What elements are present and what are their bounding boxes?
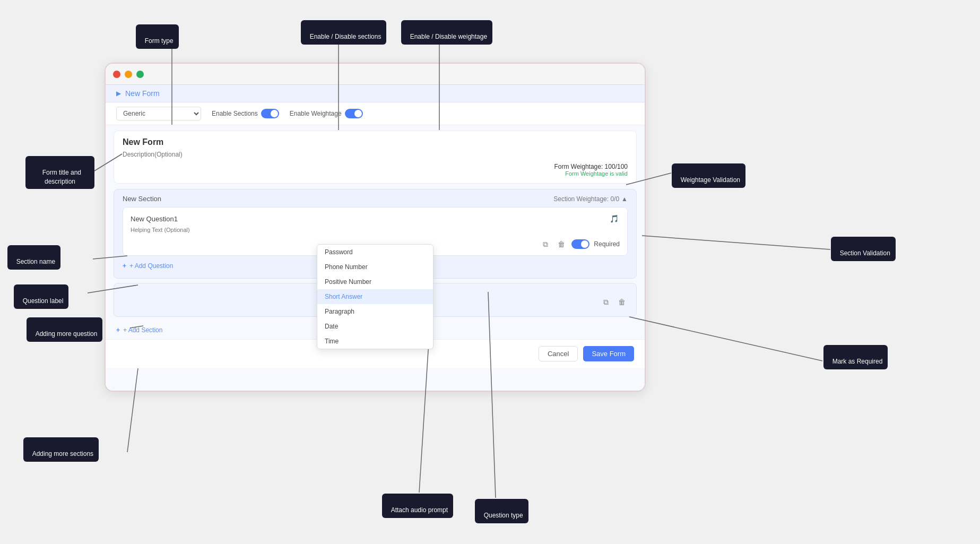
copy-section-icon[interactable]: ⧉ (600, 296, 612, 308)
enable-sections-label: Enable Sections (212, 110, 258, 117)
form-name-input[interactable]: New Form (123, 137, 628, 147)
section-weight-label: Section Weightage: 0/0 (553, 195, 619, 203)
dropdown-item-phone[interactable]: Phone Number (317, 260, 433, 274)
section-collapse-icon[interactable]: ▲ (621, 195, 628, 203)
section-header: New Section Section Weightage: 0/0 ▲ (123, 195, 628, 203)
add-section-label: + Add Section (123, 326, 162, 334)
window-titlebar (106, 64, 645, 85)
dropdown-item-short-answer[interactable]: Short Answer (317, 289, 433, 304)
dropdown-item-positive[interactable]: Positive Number (317, 274, 433, 289)
tooltip-question-type: Question type (475, 499, 528, 523)
tooltip-section-validation: Section Validation (831, 237, 896, 261)
tooltip-enable-weightage: Enable / Disable weightage (401, 20, 492, 45)
enable-weightage-toggle[interactable] (345, 109, 363, 118)
question-type-dropdown[interactable]: Password Phone Number Positive Number Sh… (317, 244, 433, 349)
add-question-plus-icon: + (123, 262, 126, 270)
form-header-bar: ▶ New Form (106, 85, 645, 102)
svg-line-9 (642, 236, 830, 249)
enable-sections-toggle-group: Enable Sections (212, 109, 279, 118)
tooltip-enable-sections: Enable / Disable sections (301, 20, 386, 45)
form-weightage-valid: Form Weightage is valid (123, 170, 628, 177)
traffic-light-yellow[interactable] (125, 71, 132, 78)
dropdown-item-paragraph[interactable]: Paragraph (317, 304, 433, 319)
save-form-button[interactable]: Save Form (583, 346, 634, 361)
traffic-light-green[interactable] (136, 71, 144, 78)
form-type-select[interactable]: Generic (116, 107, 201, 120)
tooltip-adding-question: Adding more question (27, 317, 102, 342)
title-desc-section: New Form Form Weightage: 100/100 Form We… (114, 131, 637, 184)
tooltip-adding-sections: Adding more sections (23, 437, 99, 462)
form-weightage-value: Form Weightage: 100/100 (554, 163, 628, 170)
question-icons: 🎵 (608, 213, 620, 224)
weightage-valid-text: Form Weightage: 100/100 Form Weightage i… (123, 163, 628, 177)
tooltip-attach-audio: Attach audio prompt (382, 494, 453, 518)
add-section-plus-icon: + (116, 326, 120, 334)
tooltip-form-title-desc: Form title and description (25, 156, 94, 189)
question-label-input[interactable]: New Question1 (131, 215, 604, 223)
dropdown-item-password[interactable]: Password (317, 245, 433, 260)
cancel-button[interactable]: Cancel (539, 346, 578, 361)
section-weight-info: Section Weightage: 0/0 ▲ (553, 195, 628, 203)
section-name-input[interactable]: New Section (123, 195, 553, 203)
form-header-title: New Form (125, 89, 160, 98)
copy-question-icon[interactable]: ⧉ (540, 238, 551, 250)
dropdown-item-time[interactable]: Time (317, 334, 433, 349)
settings-row: Generic Enable Sections Enable Weightage (106, 102, 645, 125)
question-row: New Question1 🎵 (131, 213, 620, 224)
tooltip-form-type: Form type (136, 24, 179, 49)
delete-question-icon[interactable]: 🗑 (556, 238, 567, 250)
tooltip-section-name: Section name (7, 245, 60, 270)
form-description-input[interactable] (123, 151, 628, 158)
enable-weightage-label: Enable Weightage (290, 110, 342, 117)
required-label: Required (594, 240, 620, 248)
svg-line-10 (629, 317, 822, 361)
traffic-light-red[interactable] (113, 71, 120, 78)
required-toggle[interactable] (571, 239, 589, 249)
helping-text-input[interactable] (131, 227, 620, 233)
tooltip-question-label: Question label (14, 284, 68, 309)
add-question-label: + Add Question (129, 262, 173, 270)
enable-sections-toggle[interactable] (261, 109, 279, 118)
form-arrow-icon: ▶ (116, 90, 121, 97)
dropdown-item-date[interactable]: Date (317, 319, 433, 334)
enable-weightage-toggle-group: Enable Weightage (290, 109, 363, 118)
attach-audio-icon[interactable]: 🎵 (608, 213, 620, 224)
tooltip-mark-required: Mark as Required (823, 345, 888, 369)
tooltip-weightage-validation: Weightage Validation (672, 163, 745, 188)
delete-section-icon[interactable]: 🗑 (616, 296, 628, 308)
